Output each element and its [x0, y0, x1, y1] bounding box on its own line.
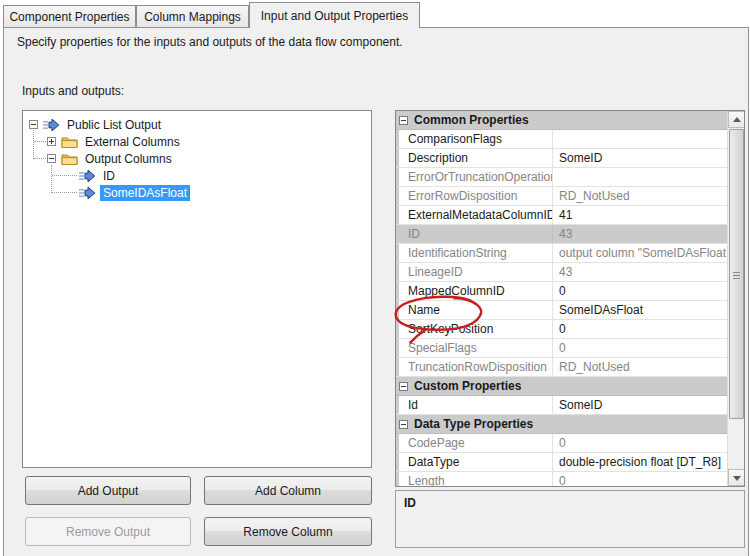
property-value: 0: [553, 339, 727, 357]
property-name: Description: [399, 149, 553, 167]
instruction-text: Specify properties for the inputs and ou…: [17, 35, 403, 49]
property-row-specialflags[interactable]: SpecialFlags 0: [396, 339, 727, 358]
tree-caption: Inputs and outputs:: [22, 84, 124, 98]
inputs-outputs-tree[interactable]: Public List Output External Columns Outp…: [22, 110, 372, 468]
property-row-codepage[interactable]: CodePage 0: [396, 434, 727, 453]
property-name: CodePage: [399, 434, 553, 452]
property-name: ComparisonFlags: [399, 130, 553, 148]
property-row-lineageid[interactable]: LineageID 43: [396, 263, 727, 282]
property-value[interactable]: SomeIDAsFloat: [553, 301, 727, 319]
remove-output-button: Remove Output: [25, 517, 191, 546]
property-grid: Common Properties ComparisonFlags Descri…: [395, 110, 745, 487]
property-row-errorrowdisposition[interactable]: ErrorRowDisposition RD_NotUsed: [396, 187, 727, 206]
tab-input-output-properties[interactable]: Input and Output Properties: [249, 2, 420, 28]
tab-label: Input and Output Properties: [261, 9, 408, 23]
scroll-up-button[interactable]: [728, 111, 745, 128]
property-row-id-custom[interactable]: Id SomeID: [396, 396, 727, 415]
scroll-down-button[interactable]: [728, 469, 745, 486]
tree-connector: [34, 158, 46, 159]
vertical-scrollbar[interactable]: [727, 111, 744, 486]
selected-property-name: ID: [404, 496, 736, 510]
add-column-button[interactable]: Add Column: [204, 476, 372, 505]
collapse-category-icon[interactable]: [399, 382, 408, 391]
tree-node-label: Public List Output: [64, 117, 164, 133]
tree-connector: [34, 141, 46, 142]
property-name: TruncationRowDisposition: [399, 358, 553, 376]
tab-label: Column Mappings: [144, 10, 241, 24]
tree-node-someidasfloat[interactable]: SomeIDAsFloat: [79, 184, 190, 201]
property-grid-rows: Common Properties ComparisonFlags Descri…: [396, 111, 727, 487]
category-label: Common Properties: [414, 113, 529, 127]
property-name: DataType: [399, 453, 553, 471]
tree-node-label: Output Columns: [82, 151, 175, 167]
scrollbar-thumb[interactable]: [729, 129, 744, 419]
property-name: LineageID: [399, 263, 553, 281]
property-row-identificationstring[interactable]: IdentificationString output column "Some…: [396, 244, 727, 263]
up-arrow-icon: [733, 117, 741, 122]
property-row-name[interactable]: Name SomeIDAsFloat: [396, 301, 727, 320]
property-name: ExternalMetadataColumnID: [399, 206, 553, 224]
category-row-data-type-properties[interactable]: Data Type Properties: [396, 415, 727, 434]
property-row-comparisonflags[interactable]: ComparisonFlags: [396, 130, 727, 149]
category-label: Custom Properties: [414, 379, 521, 393]
property-row-sortkeyposition[interactable]: SortKeyPosition 0: [396, 320, 727, 339]
property-value: output column "SomeIDAsFloat: [553, 244, 727, 262]
property-name: SortKeyPosition: [399, 320, 553, 338]
property-value[interactable]: SomeID: [553, 149, 727, 167]
property-name: Name: [399, 301, 553, 319]
property-value: 43: [553, 225, 727, 243]
remove-column-button[interactable]: Remove Column: [204, 517, 372, 546]
tree-connector: [33, 128, 34, 159]
property-row-externalmetadatacolumnid[interactable]: ExternalMetadataColumnID 41: [396, 206, 727, 225]
folder-icon: [61, 135, 78, 149]
property-value: 0: [553, 472, 727, 487]
tree-node-label: ID: [100, 168, 118, 184]
property-value: 43: [553, 263, 727, 281]
property-row-mappedcolumnid[interactable]: MappedColumnID 0: [396, 282, 727, 301]
property-row-datatype[interactable]: DataType double-precision float [DT_R8]: [396, 453, 727, 472]
property-value: 0: [553, 434, 727, 452]
property-name: SpecialFlags: [399, 339, 553, 357]
collapse-category-icon[interactable]: [399, 420, 408, 429]
property-row-id-selected[interactable]: ID 43: [396, 225, 727, 244]
category-row-custom-properties[interactable]: Custom Properties: [396, 377, 727, 396]
property-row-description[interactable]: Description SomeID: [396, 149, 727, 168]
property-value[interactable]: 41: [553, 206, 727, 224]
collapse-category-icon[interactable]: [399, 116, 408, 125]
tree-connector: [51, 165, 52, 193]
property-name: IdentificationString: [399, 244, 553, 262]
property-name: Length: [399, 472, 553, 487]
tab-column-mappings[interactable]: Column Mappings: [136, 5, 249, 27]
property-value[interactable]: double-precision float [DT_R8]: [553, 453, 727, 471]
collapse-expander-icon[interactable]: [29, 120, 38, 129]
property-row-errorortruncationoperation[interactable]: ErrorOrTruncationOperation: [396, 168, 727, 187]
category-row-common-properties[interactable]: Common Properties: [396, 111, 727, 130]
tree-node-public-list-output[interactable]: Public List Output: [43, 116, 164, 133]
property-value[interactable]: 0: [553, 282, 727, 300]
tree-node-id[interactable]: ID: [79, 167, 118, 184]
tree-connector: [52, 175, 77, 176]
property-row-length[interactable]: Length 0: [396, 472, 727, 487]
tree-node-external-columns[interactable]: External Columns: [61, 133, 183, 150]
output-icon: [43, 118, 60, 132]
collapse-expander-icon[interactable]: [47, 154, 56, 163]
tab-label: Component Properties: [9, 10, 129, 24]
category-label: Data Type Properties: [414, 417, 533, 431]
expand-expander-icon[interactable]: [47, 137, 56, 146]
thumb-gripper-icon: [733, 272, 740, 273]
down-arrow-icon: [733, 476, 741, 481]
tab-component-properties[interactable]: Component Properties: [3, 5, 136, 27]
property-description-pane: ID: [395, 490, 745, 548]
property-value[interactable]: 0: [553, 320, 727, 338]
add-output-button[interactable]: Add Output: [25, 476, 191, 505]
tree-node-output-columns[interactable]: Output Columns: [61, 150, 175, 167]
property-name: Id: [399, 396, 553, 414]
property-name: ErrorRowDisposition: [399, 187, 553, 205]
property-value[interactable]: [553, 130, 727, 148]
property-name: MappedColumnID: [399, 282, 553, 300]
output-column-icon: [79, 186, 96, 200]
property-value: RD_NotUsed: [553, 358, 727, 376]
property-name: ErrorOrTruncationOperation: [399, 168, 553, 186]
property-value[interactable]: SomeID: [553, 396, 727, 414]
property-row-truncationrowdisposition[interactable]: TruncationRowDisposition RD_NotUsed: [396, 358, 727, 377]
